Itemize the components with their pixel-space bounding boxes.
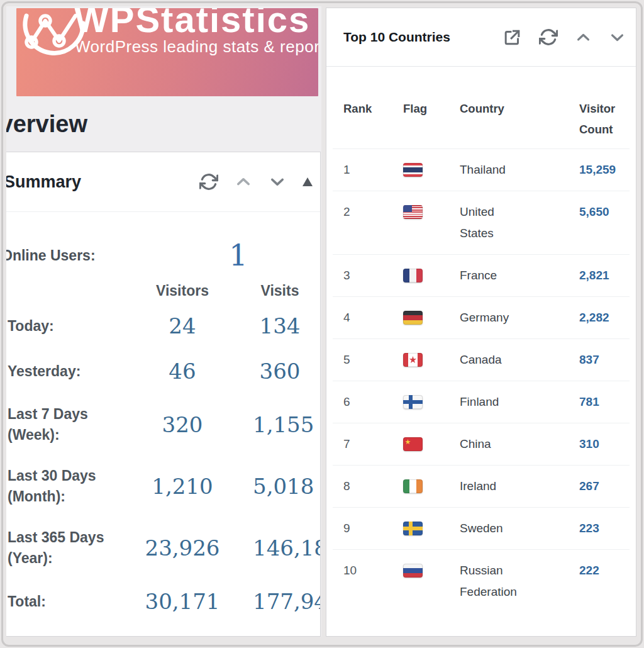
- flag-canada-icon: [403, 353, 423, 367]
- summary-visits-value: 146,180: [253, 535, 307, 561]
- flag-sweden-icon: [403, 522, 423, 535]
- country-name: Finland: [460, 391, 530, 413]
- visitor-count-value[interactable]: 781: [579, 391, 630, 413]
- wp-statistics-logo-text: WPStatistics: [74, 8, 310, 40]
- country-row-china: 7 China 310: [333, 423, 630, 466]
- top-10-countries-widget: Top 10 Countries: [326, 8, 636, 637]
- rank-value: 2: [343, 201, 403, 223]
- move-widget-down-icon[interactable]: [609, 29, 626, 46]
- summary-visits-value: 1,155: [253, 412, 307, 437]
- summary-widget-title: Summary: [6, 172, 81, 192]
- visitor-count-value[interactable]: 5,650: [579, 201, 630, 223]
- country-row-france: 3 France 2,821: [333, 255, 630, 297]
- flag-france-icon: [403, 269, 423, 282]
- country-row-canada: 5 Canada 837: [333, 339, 630, 381]
- country-name: Sweden: [460, 518, 530, 539]
- summary-row-yesterday: Yesterday: 46 360: [11, 349, 320, 394]
- country-name: China: [460, 433, 530, 455]
- summary-row-today: Today: 24 134: [11, 303, 320, 349]
- visitor-count-value[interactable]: 15,259: [579, 159, 630, 181]
- summary-column-headers: Visitors Visits: [11, 282, 320, 299]
- page-title-strip: Overview: [6, 96, 321, 152]
- online-users-value[interactable]: 1: [216, 240, 260, 271]
- summary-widget-header: Summary: [6, 152, 320, 212]
- wp-statistics-tagline: WordPress leading stats & reports: [75, 37, 318, 57]
- country-name: Russian Federation: [460, 560, 530, 603]
- country-row-sweden: 9 Sweden 223: [333, 508, 630, 550]
- visitor-count-value[interactable]: 2,821: [579, 265, 630, 286]
- summary-visitors-value: 1,210: [112, 474, 253, 499]
- rank-value: 9: [343, 518, 403, 539]
- rank-value: 10: [343, 560, 403, 581]
- online-users-row: Online Users: 1: [11, 238, 320, 272]
- move-widget-up-icon[interactable]: [575, 29, 592, 46]
- visitor-count-value[interactable]: 837: [579, 349, 630, 371]
- top-10-countries-title: Top 10 Countries: [343, 30, 450, 45]
- summary-row-month: Last 30 Days (Month): 1,210 5,018: [11, 455, 320, 517]
- admin-page-left-region: WPStatistics WordPress leading stats & r…: [6, 6, 321, 637]
- summary-table: Today: 24 134 Yesterday: 46 360 Last 7 D…: [11, 303, 320, 624]
- summary-visits-value: 177,941: [253, 589, 307, 614]
- summary-visitors-value: 30,171: [112, 589, 253, 614]
- summary-visits-value: 134: [253, 313, 307, 338]
- countries-table-header: Rank Flag Country Visitor Count: [333, 98, 630, 149]
- summary-row-label: Total:: [8, 591, 112, 612]
- summary-widget-controls: [199, 172, 320, 191]
- summary-visitors-value: 24: [112, 313, 253, 338]
- flag-china-icon: [403, 437, 423, 451]
- rank-value: 5: [343, 349, 403, 371]
- rank-value: 7: [343, 433, 403, 455]
- visits-column-header: Visits: [253, 282, 307, 299]
- country-name: Thailand: [460, 159, 530, 181]
- online-users-label: Online Users:: [6, 247, 96, 264]
- flag-column-header: Flag: [403, 98, 460, 119]
- refresh-icon[interactable]: [539, 28, 558, 47]
- external-link-icon[interactable]: [502, 28, 522, 47]
- summary-visits-value: 5,018: [253, 474, 307, 499]
- country-row-thailand: 1 Thailand 15,259: [333, 149, 630, 191]
- rank-value: 4: [343, 307, 403, 328]
- country-name: Canada: [460, 349, 530, 371]
- summary-row-label: Last 365 Days (Year):: [8, 527, 112, 569]
- country-row-germany: 4 Germany 2,282: [333, 297, 630, 339]
- summary-row-label: Last 30 Days (Month):: [8, 466, 112, 507]
- summary-row-label: Today:: [8, 316, 112, 337]
- country-row-russia: 10 Russian Federation 222: [333, 550, 630, 613]
- summary-visitors-value: 23,926: [112, 535, 253, 561]
- visitors-column-header: Visitors: [112, 282, 253, 299]
- top-10-countries-header: Top 10 Countries: [326, 8, 636, 67]
- visitor-count-value[interactable]: 222: [579, 560, 630, 581]
- country-name: United States: [460, 201, 530, 244]
- move-widget-up-icon[interactable]: [235, 173, 252, 191]
- visitor-count-value[interactable]: 310: [579, 433, 630, 455]
- rank-value: 3: [343, 265, 403, 286]
- visitor-count-column-header: Visitor Count: [579, 98, 630, 140]
- country-row-ireland: 8 Ireland 267: [333, 466, 630, 508]
- summary-widget-body: Online Users: 1 Visitors Visits Today: 2…: [6, 238, 320, 624]
- country-row-finland: 6 Finland 781: [333, 381, 630, 423]
- top-10-countries-controls: [502, 28, 626, 47]
- visitor-count-value[interactable]: 2,282: [579, 307, 630, 328]
- rank-value: 6: [343, 391, 403, 413]
- summary-row-year: Last 365 Days (Year): 23,926 146,180: [11, 517, 320, 579]
- visitor-count-value[interactable]: 267: [579, 476, 630, 497]
- visitor-count-value[interactable]: 223: [579, 518, 630, 539]
- summary-row-week: Last 7 Days (Week): 320 1,155: [11, 394, 320, 455]
- flag-russia-icon: [403, 564, 423, 578]
- summary-row-label: Yesterday:: [8, 361, 112, 382]
- country-name: France: [460, 265, 530, 286]
- summary-visitors-value: 320: [112, 412, 253, 437]
- flag-united-states-icon: [403, 205, 423, 219]
- summary-visitors-value: 46: [112, 359, 253, 384]
- flag-germany-icon: [403, 311, 423, 325]
- flag-thailand-icon: [403, 163, 423, 177]
- summary-row-label: Last 7 Days (Week):: [8, 404, 112, 445]
- flag-ireland-icon: [403, 479, 423, 493]
- rank-column-header: Rank: [343, 98, 403, 119]
- rank-value: 1: [343, 159, 403, 181]
- scroll-top-icon[interactable]: [303, 177, 313, 186]
- summary-widget: Summary: [6, 152, 321, 637]
- refresh-icon[interactable]: [199, 172, 218, 191]
- country-name: Germany: [460, 307, 530, 328]
- move-widget-down-icon[interactable]: [269, 173, 286, 191]
